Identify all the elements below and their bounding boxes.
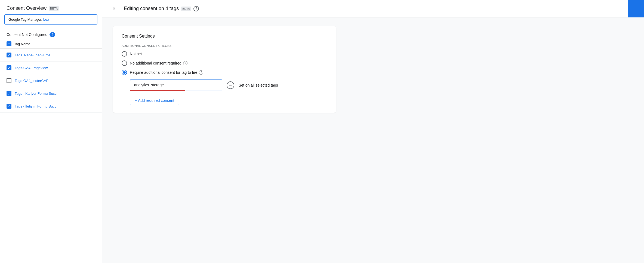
tag-link-3[interactable]: Tags - Kariyer Formu Succ bbox=[15, 91, 57, 96]
list-item: Tags-GA4_testerCAPI bbox=[0, 74, 102, 87]
page-title-beta-badge: BETA bbox=[49, 6, 59, 11]
dialog-header: × Editing consent on 4 tags BETA i bbox=[102, 0, 644, 17]
consent-type-input[interactable] bbox=[130, 79, 222, 90]
consent-settings-card: Consent Settings Additional Consent Chec… bbox=[113, 26, 336, 113]
list-item: Tags-GA4_Pageview bbox=[0, 62, 102, 74]
consent-input-error-underline bbox=[130, 90, 185, 91]
table-header-row: Tag Name bbox=[0, 39, 102, 49]
tag-checkbox-4[interactable] bbox=[7, 104, 11, 109]
radio-group: Not set No additional consent required i bbox=[122, 51, 327, 75]
tag-checkbox-0[interactable] bbox=[7, 53, 11, 57]
info-box: Google Tag Manager. Lea bbox=[4, 14, 97, 25]
list-item: Tags - Kariyer Formu Succ bbox=[0, 87, 102, 100]
close-button[interactable]: × bbox=[109, 3, 119, 14]
list-item: Tags_Page-Load-Time bbox=[0, 49, 102, 62]
background-panel: Consent Overview BETA Google Tag Manager… bbox=[0, 0, 102, 263]
dialog-body: Consent Settings Additional Consent Chec… bbox=[102, 17, 644, 263]
card-title: Consent Settings bbox=[122, 34, 327, 39]
info-text: Google Tag Manager. bbox=[8, 17, 43, 22]
radio-require-additional-circle bbox=[122, 70, 127, 75]
radio-no-additional-label: No additional consent required i bbox=[130, 61, 187, 65]
additional-consent-section-label: Additional Consent Checks bbox=[122, 44, 327, 47]
radio-require-additional-label: Require additional consent for tag to fi… bbox=[130, 70, 203, 75]
tag-link-2[interactable]: Tags-GA4_testerCAPI bbox=[15, 79, 50, 83]
radio-not-set-label: Not set bbox=[130, 52, 142, 56]
dialog-panel: × Editing consent on 4 tags BETA i Conse… bbox=[102, 0, 644, 263]
radio-require-additional[interactable]: Require additional consent for tag to fi… bbox=[122, 70, 327, 75]
tag-checkbox-2[interactable] bbox=[7, 78, 11, 83]
dialog-title-area: Editing consent on 4 tags BETA i bbox=[124, 6, 199, 11]
page-title-area: Consent Overview BETA bbox=[0, 0, 102, 14]
tag-link-1[interactable]: Tags-GA4_Pageview bbox=[15, 66, 48, 70]
radio-no-additional[interactable]: No additional consent required i bbox=[122, 60, 327, 66]
set-all-label: Set on all selected tags bbox=[239, 83, 278, 87]
radio-not-set[interactable]: Not set bbox=[122, 51, 327, 57]
add-required-consent-button[interactable]: + Add required consent bbox=[130, 96, 179, 105]
radio-not-set-circle bbox=[122, 51, 127, 57]
dialog-title: Editing consent on 4 tags bbox=[124, 6, 179, 11]
require-additional-help-icon[interactable]: i bbox=[199, 70, 203, 75]
section-header: Consent Not Configured 4 bbox=[0, 29, 102, 39]
page-title: Consent Overview bbox=[7, 5, 47, 11]
consent-input-wrapper bbox=[130, 79, 222, 91]
dialog-title-beta-badge: BETA bbox=[181, 7, 191, 11]
top-right-action-button[interactable] bbox=[628, 0, 644, 17]
list-item: Tags - İletişim Formu Succ bbox=[0, 100, 102, 113]
consent-input-row: Set on all selected tags bbox=[130, 79, 327, 91]
info-link[interactable]: Lea bbox=[43, 17, 49, 22]
tag-name-column-header: Tag Name bbox=[14, 42, 30, 46]
remove-consent-button[interactable] bbox=[227, 81, 234, 89]
tag-link-0[interactable]: Tags_Page-Load-Time bbox=[15, 53, 50, 57]
tag-link-4[interactable]: Tags - İletişim Formu Succ bbox=[15, 104, 56, 108]
tag-checkbox-1[interactable] bbox=[7, 65, 11, 70]
section-title: Consent Not Configured bbox=[7, 32, 47, 37]
section-count: 4 bbox=[50, 32, 55, 37]
tag-checkbox-3[interactable] bbox=[7, 91, 11, 96]
select-all-checkbox[interactable] bbox=[7, 41, 11, 46]
no-additional-help-icon[interactable]: i bbox=[183, 61, 187, 65]
dialog-info-icon[interactable]: i bbox=[193, 6, 199, 11]
radio-no-additional-circle bbox=[122, 60, 127, 66]
radio-require-additional-dot bbox=[123, 71, 126, 74]
